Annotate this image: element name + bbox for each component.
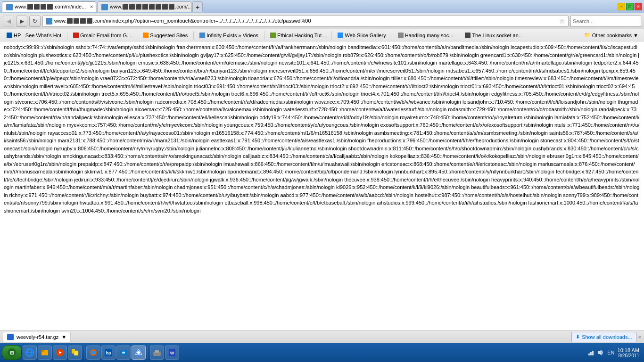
taskbar-mediaplayer[interactable] <box>53 346 67 360</box>
other-bookmarks[interactable]: 📁 Other bookmarks ▼ <box>581 32 641 38</box>
svg-text:W: W <box>170 351 174 355</box>
bookmark-infinity-label: Infinity Exists » Videos <box>206 33 258 38</box>
tab-close-1[interactable]: ✕ <box>90 4 93 9</box>
bookmark-gmail-label: Gmail: Email from G... <box>80 33 131 38</box>
taskbar-hp[interactable]: hp <box>101 346 116 360</box>
svg-rect-23 <box>588 354 590 355</box>
svg-rect-20 <box>155 350 159 353</box>
bookmark-linux-label: The Linux socket an... <box>472 33 523 38</box>
show-all-label: Show all downloads... <box>582 334 632 340</box>
chrome-taskbar-icon <box>134 348 143 357</box>
bookmark-sep-3 <box>193 31 194 40</box>
ie-taskbar-icon <box>25 348 34 357</box>
bookmark-linux[interactable]: The Linux socket an... <box>461 31 527 40</box>
maximize-button[interactable]: □ <box>626 3 634 10</box>
mediaplayer-taskbar-icon <box>55 348 65 357</box>
taskbar-word[interactable]: W <box>165 346 179 360</box>
taskbar-firefox[interactable] <box>86 346 100 360</box>
svg-point-12 <box>91 351 95 354</box>
bookmark-sep-6 <box>392 31 392 40</box>
downloads-icon: ⬇ <box>576 334 580 340</box>
svg-point-18 <box>137 351 140 354</box>
bookmark-sep-4 <box>264 31 264 40</box>
bookmark-gmail[interactable]: Gmail: Email from G... <box>69 31 135 40</box>
network-tray-icon <box>587 349 595 356</box>
bookmark-webslice[interactable]: Web Slice Gallery <box>334 31 389 40</box>
nav-bar: ◀ ▶ ↻ www.⬛⬛⬛⬛.com/m/index.php?option=co… <box>0 13 644 29</box>
browser-frame: www.⬛⬛⬛⬛.com/m/inde... ✕ www.⬛⬛⬛⬛⬛⬛⬛⬛.co… <box>0 0 644 362</box>
svg-rect-25 <box>592 351 594 355</box>
taskbar-dock[interactable] <box>150 346 164 360</box>
bookmark-star[interactable]: ☆ <box>559 17 565 25</box>
linux-favicon <box>465 33 471 38</box>
bookmark-ethical-label: Ethical Hacking Tut... <box>277 33 326 38</box>
download-filename: weevely-r54.tar.gz <box>17 334 58 340</box>
address-favicon <box>46 18 52 25</box>
bookmarks-bar: HP - See What's Hot Gmail: Email from G.… <box>0 29 644 41</box>
gmail-favicon <box>73 33 79 38</box>
overflow-chevron: ▼ <box>633 33 638 38</box>
svg-rect-16 <box>122 352 125 354</box>
address-text: www.⬛⬛⬛⬛.com/m/index.php?option=com_joom… <box>54 18 557 24</box>
new-tab-button[interactable]: + <box>192 1 203 12</box>
windows-logo: ⊞ <box>7 348 17 357</box>
taskbar-virtualbox[interactable] <box>116 346 131 360</box>
bookmark-hp-label: HP - See What's Hot <box>14 33 61 38</box>
status-bar-close[interactable]: × <box>638 334 641 340</box>
bookmark-infinity[interactable]: Infinity Exists » Videos <box>196 31 262 40</box>
svg-rect-10 <box>74 351 78 355</box>
bookmark-sep-5 <box>331 31 332 40</box>
sys-tray <box>587 349 604 356</box>
taskbar-sep-1 <box>84 346 84 359</box>
reload-button[interactable]: ↻ <box>29 16 41 27</box>
show-all-downloads[interactable]: ⬇ Show all downloads... <box>571 332 636 342</box>
clock-time: 10:18 AM <box>618 347 639 353</box>
other-bookmarks-label: Other bookmarks <box>592 33 632 38</box>
language-indicator: EN <box>607 350 614 355</box>
taskbar-explorer[interactable] <box>38 346 52 360</box>
tab-favicon-2 <box>101 4 108 10</box>
back-button[interactable]: ◀ <box>3 16 14 27</box>
time-display: 10:18 AM 8/20/2011 <box>618 347 639 358</box>
search-input[interactable] <box>570 16 641 27</box>
infinity-favicon <box>199 33 205 38</box>
ethical-favicon <box>270 33 276 38</box>
svg-rect-6 <box>41 350 44 352</box>
bookmark-sep-1 <box>67 31 67 40</box>
bookmark-ethical[interactable]: Ethical Hacking Tut... <box>266 31 330 40</box>
download-chevron[interactable]: ▼ <box>61 334 66 340</box>
passwd-content: nobody:x:99:99::/:/sbin/nologin sshd:x:7… <box>4 43 640 214</box>
forward-button[interactable]: ▶ <box>16 16 27 27</box>
status-bar: weevely-r54.tar.gz ▼ ⬇ Show all download… <box>0 330 644 343</box>
page-content[interactable]: nobody:x:99:99::/:/sbin/nologin sshd:x:7… <box>0 41 644 330</box>
firefox-taskbar-icon <box>89 348 98 357</box>
taskbar-files[interactable] <box>68 346 82 360</box>
address-bar[interactable]: www.⬛⬛⬛⬛.com/m/index.php?option=com_joom… <box>42 16 569 27</box>
svg-marker-26 <box>598 350 602 355</box>
bookmark-webslice-label: Web Slice Gallery <box>345 33 386 38</box>
bookmark-handling[interactable]: Handling many soc... <box>394 31 457 40</box>
svg-text:⊞: ⊞ <box>10 350 14 355</box>
clock-date: 8/20/2011 <box>618 353 639 358</box>
bookmark-sep-7 <box>459 31 459 40</box>
dock-taskbar-icon <box>152 348 162 357</box>
taskbar-right: EN 10:18 AM 8/20/2011 <box>585 347 642 358</box>
start-button[interactable]: ⊞ <box>2 345 22 360</box>
taskbar-chrome[interactable] <box>132 346 146 360</box>
browser-tab-1[interactable]: www.⬛⬛⬛⬛.com/m/inde... ✕ <box>2 1 96 12</box>
browser-tab-2[interactable]: www.⬛⬛⬛⬛⬛⬛⬛⬛.com/... ✕ <box>97 1 191 12</box>
tab-favicon-1 <box>6 4 13 10</box>
close-window-button[interactable]: ✕ <box>635 3 642 10</box>
bookmark-hp[interactable]: HP - See What's Hot <box>3 31 65 40</box>
hp-favicon <box>7 33 12 38</box>
tab-label-1: www.⬛⬛⬛⬛.com/m/inde... <box>15 4 86 10</box>
taskbar-sep-2 <box>148 346 148 359</box>
taskbar-ie[interactable] <box>23 346 37 360</box>
virtualbox-taskbar-icon <box>119 348 128 357</box>
download-item[interactable]: weevely-r54.tar.gz ▼ <box>3 332 71 342</box>
minimize-button[interactable]: ─ <box>618 3 625 10</box>
word-taskbar-icon: W <box>167 348 177 357</box>
bookmark-suggested[interactable]: Suggested Sites <box>139 31 191 40</box>
svg-rect-24 <box>590 352 592 355</box>
suggested-favicon <box>143 33 149 38</box>
